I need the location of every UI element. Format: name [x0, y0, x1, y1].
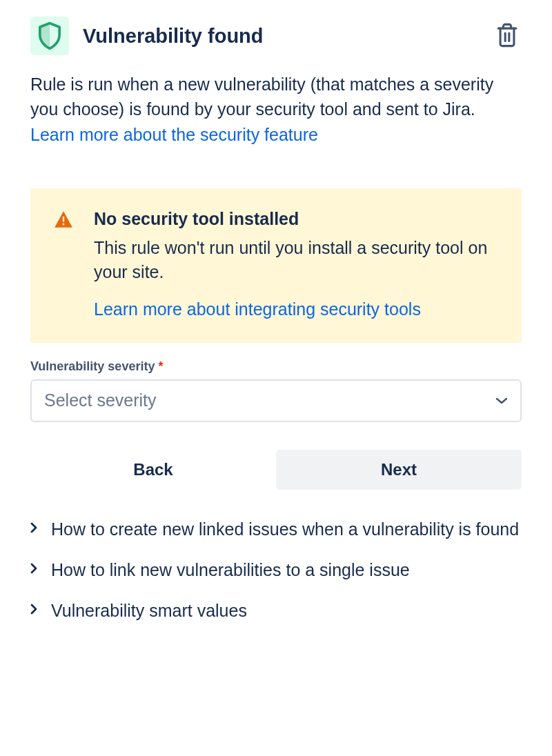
help-item[interactable]: Vulnerability smart values — [30, 590, 522, 631]
warning-text: This rule won't run until you install a … — [94, 236, 498, 284]
help-item[interactable]: How to create new linked issues when a v… — [30, 509, 522, 550]
help-item-text: How to create new linked issues when a v… — [51, 517, 519, 541]
severity-placeholder: Select severity — [44, 390, 157, 410]
next-button[interactable]: Next — [276, 450, 522, 490]
button-row: Back Next — [30, 450, 522, 490]
required-marker: * — [158, 359, 163, 373]
warning-panel: No security tool installed This rule won… — [30, 188, 522, 343]
warning-icon — [54, 210, 73, 319]
svg-rect-1 — [63, 223, 64, 226]
chevron-right-icon — [30, 563, 37, 574]
panel-header: Vulnerability found — [30, 17, 522, 55]
shield-icon-box — [30, 17, 69, 55]
help-item-text: Vulnerability smart values — [51, 599, 247, 623]
svg-rect-0 — [63, 217, 64, 222]
panel-description: Rule is run when a new vulnerability (th… — [30, 72, 522, 147]
learn-more-security-link[interactable]: Learn more about the security feature — [30, 125, 318, 144]
warning-title: No security tool installed — [94, 209, 498, 229]
severity-field-label: Vulnerability severity * — [30, 359, 522, 374]
shield-icon — [38, 22, 61, 50]
back-button[interactable]: Back — [30, 450, 276, 490]
warning-content: No security tool installed This rule won… — [94, 209, 498, 319]
chevron-right-icon — [30, 604, 37, 615]
description-text: Rule is run when a new vulnerability (th… — [30, 74, 493, 119]
severity-label-text: Vulnerability severity — [30, 359, 155, 373]
severity-select[interactable]: Select severity — [30, 379, 522, 422]
chevron-down-icon — [495, 397, 508, 405]
help-item[interactable]: How to link new vulnerabilities to a sin… — [30, 550, 522, 590]
help-list: How to create new linked issues when a v… — [30, 509, 522, 631]
chevron-right-icon — [30, 522, 37, 533]
panel-title: Vulnerability found — [83, 25, 479, 48]
trash-icon — [495, 22, 519, 48]
help-item-text: How to link new vulnerabilities to a sin… — [51, 558, 410, 582]
learn-more-integrating-link[interactable]: Learn more about integrating security to… — [94, 299, 421, 319]
delete-button[interactable] — [493, 19, 522, 53]
